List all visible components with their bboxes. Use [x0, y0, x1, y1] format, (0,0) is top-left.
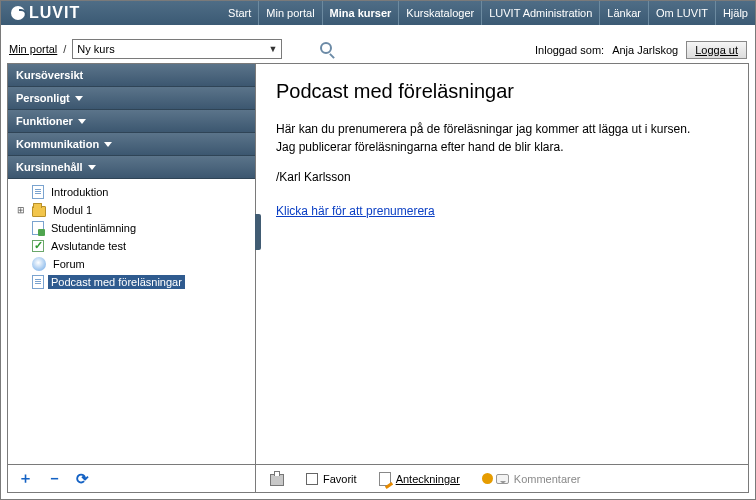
content-paragraph-2: Jag publicerar föreläsningarna efter han… — [276, 139, 728, 155]
tree-item-modul-1[interactable]: ⊞ Modul 1 — [10, 201, 253, 219]
comments-label: Kommentarer — [514, 473, 581, 485]
sidebar-header-label: Kursöversikt — [16, 69, 83, 81]
note-icon — [379, 472, 391, 486]
tree-item-studentinlamning[interactable]: Studentinlämning — [10, 219, 253, 237]
favorite-icon — [306, 473, 318, 485]
content-bottom-toolbar: Favorit Anteckningar Kommentarer — [256, 464, 748, 492]
course-tree: Introduktion ⊞ Modul 1 Studentinlämning … — [8, 179, 255, 464]
course-select[interactable]: Ny kurs ▼ — [72, 39, 282, 59]
sidebar-header-kursoversikt[interactable]: Kursöversikt — [8, 64, 255, 87]
logo-text: LUVIT — [29, 4, 80, 22]
content-area: Podcast med föreläsningar Här kan du pre… — [256, 64, 748, 492]
sidebar-header-kursinnehall[interactable]: Kursinnehåll — [8, 156, 255, 179]
toolbar-left: Min portal / Ny kurs ▼ — [9, 39, 332, 59]
sidebar: Kursöversikt Personligt Funktioner Kommu… — [8, 64, 256, 492]
person-icon — [482, 473, 493, 484]
logged-in-user: Anja Jarlskog — [612, 44, 678, 56]
topnav-om-luvit[interactable]: Om LUVIT — [648, 1, 715, 25]
page-title: Podcast med föreläsningar — [276, 80, 728, 103]
chevron-down-icon: ▼ — [268, 44, 277, 54]
notes-button[interactable]: Anteckningar — [379, 472, 460, 486]
sidebar-header-label: Kursinnehåll — [16, 161, 83, 173]
sidebar-header-kommunikation[interactable]: Kommunikation — [8, 133, 255, 156]
sidebar-header-label: Kommunikation — [16, 138, 99, 150]
tree-expander[interactable]: ⊞ — [14, 205, 28, 215]
breadcrumb-separator: / — [63, 43, 66, 55]
top-nav: Start Min portal Mina kurser Kurskatalog… — [221, 1, 755, 25]
expand-all-button[interactable]: ＋ — [18, 469, 33, 488]
upload-icon — [32, 221, 44, 235]
topnav-start[interactable]: Start — [221, 1, 258, 25]
refresh-button[interactable]: ⟳ — [76, 470, 89, 488]
content-signature: /Karl Karlsson — [276, 169, 728, 185]
tree-item-label: Avslutande test — [48, 239, 129, 253]
tree-item-introduktion[interactable]: Introduktion — [10, 183, 253, 201]
sidebar-header-funktioner[interactable]: Funktioner — [8, 110, 255, 133]
toolbar-right: Inloggad som: Anja Jarlskog Logga ut — [535, 41, 747, 59]
main-area: Kursöversikt Personligt Funktioner Kommu… — [7, 63, 749, 493]
comments-button: Kommentarer — [482, 473, 581, 485]
chevron-down-icon — [78, 119, 86, 124]
comment-icon — [496, 474, 509, 484]
page-icon — [32, 275, 44, 289]
print-icon — [270, 474, 284, 486]
toolbar: Min portal / Ny kurs ▼ Inloggad som: Anj… — [1, 25, 755, 63]
tree-item-forum[interactable]: Forum — [10, 255, 253, 273]
logged-in-label: Inloggad som: — [535, 44, 604, 56]
subscribe-link[interactable]: Klicka här för att prenumerera — [276, 204, 435, 218]
logo-icon — [11, 6, 25, 20]
favorite-label: Favorit — [323, 473, 357, 485]
folder-icon — [32, 206, 46, 217]
chevron-down-icon — [75, 96, 83, 101]
notes-label: Anteckningar — [396, 473, 460, 485]
check-icon — [32, 240, 44, 252]
search-button[interactable] — [320, 42, 332, 56]
content-body: Podcast med föreläsningar Här kan du pre… — [256, 64, 748, 464]
topnav-kurskataloger[interactable]: Kurskataloger — [398, 1, 481, 25]
sidebar-header-personligt[interactable]: Personligt — [8, 87, 255, 110]
sidebar-header-label: Personligt — [16, 92, 70, 104]
course-select-value: Ny kurs — [77, 43, 114, 55]
tree-item-podcast[interactable]: Podcast med föreläsningar — [10, 273, 253, 291]
favorite-toggle[interactable]: Favorit — [306, 473, 357, 485]
splitter-handle[interactable] — [255, 214, 261, 250]
sidebar-header-label: Funktioner — [16, 115, 73, 127]
topnav-lankar[interactable]: Länkar — [599, 1, 648, 25]
topnav-min-portal[interactable]: Min portal — [258, 1, 321, 25]
chevron-down-icon — [88, 165, 96, 170]
logo: LUVIT — [1, 4, 90, 22]
topnav-mina-kurser[interactable]: Mina kurser — [322, 1, 399, 25]
tree-item-label: Modul 1 — [50, 203, 95, 217]
top-bar: LUVIT Start Min portal Mina kurser Kursk… — [1, 1, 755, 25]
sidebar-bottom-toolbar: ＋ － ⟳ — [8, 464, 255, 492]
topnav-hjalp[interactable]: Hjälp — [715, 1, 755, 25]
logout-button[interactable]: Logga ut — [686, 41, 747, 59]
tree-item-label: Introduktion — [48, 185, 111, 199]
print-button[interactable] — [270, 473, 284, 485]
tree-item-label: Podcast med föreläsningar — [48, 275, 185, 289]
content-paragraph-1: Här kan du prenumerera på de föreläsning… — [276, 121, 728, 137]
tree-item-label: Studentinlämning — [48, 221, 139, 235]
breadcrumb-min-portal[interactable]: Min portal — [9, 43, 57, 55]
topnav-luvit-administration[interactable]: LUVIT Administration — [481, 1, 599, 25]
tree-item-avslutande-test[interactable]: Avslutande test — [10, 237, 253, 255]
collapse-all-button[interactable]: － — [47, 469, 62, 488]
search-icon — [320, 42, 332, 54]
page-icon — [32, 185, 44, 199]
app-frame: LUVIT Start Min portal Mina kurser Kursk… — [0, 0, 756, 500]
globe-icon — [32, 257, 46, 271]
chevron-down-icon — [104, 142, 112, 147]
tree-item-label: Forum — [50, 257, 88, 271]
